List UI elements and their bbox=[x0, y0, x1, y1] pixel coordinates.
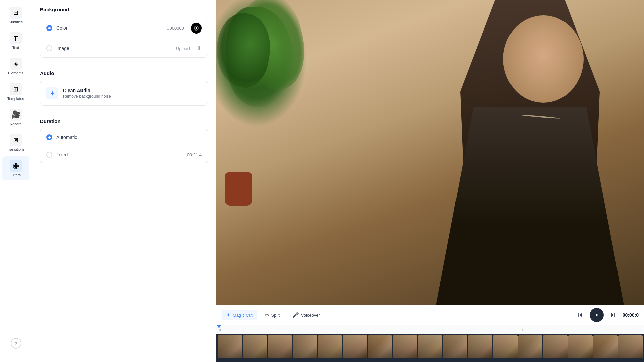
background-section: Background Color #000000 Image bbox=[32, 0, 216, 64]
film-frame bbox=[468, 335, 492, 358]
background-options-card: Color #000000 Image Upload ⬆ bbox=[40, 17, 208, 58]
film-frame bbox=[518, 335, 543, 358]
svg-rect-1 bbox=[578, 313, 579, 317]
duration-section-title: Duration bbox=[40, 118, 208, 124]
film-frame bbox=[318, 335, 342, 358]
audio-section: Audio ✦ Clean Audio Remove background no… bbox=[32, 64, 216, 112]
sparkle-icon: ✦ bbox=[46, 87, 58, 99]
duration-section: Duration Automatic Fixed 00:21.4 bbox=[32, 112, 216, 167]
forward-icon bbox=[610, 312, 616, 318]
sidebar-item-record[interactable]: 🎥 Record bbox=[2, 105, 29, 129]
film-frame bbox=[543, 335, 568, 358]
clean-audio-subtitle: Remove background noise bbox=[63, 94, 111, 99]
sidebar-item-label: Subtitles bbox=[9, 20, 23, 24]
clean-audio-text: Clean Audio Remove background noise bbox=[63, 88, 111, 99]
background-image-option[interactable]: Image Upload ⬆ bbox=[40, 39, 208, 57]
clean-audio-title: Clean Audio bbox=[63, 88, 111, 93]
sidebar-item-templates[interactable]: ⊞ Templates bbox=[2, 80, 29, 104]
ruler-mark-10: 10 bbox=[522, 328, 525, 332]
image-radio[interactable] bbox=[46, 45, 52, 51]
image-option-label: Image bbox=[56, 46, 172, 51]
plant-area bbox=[216, 0, 387, 229]
filmstrip bbox=[216, 334, 644, 362]
film-frame bbox=[368, 335, 392, 358]
play-button[interactable] bbox=[590, 308, 604, 322]
microphone-icon: 🎤 bbox=[292, 312, 299, 318]
film-frame bbox=[418, 335, 442, 358]
sidebar-item-transitions[interactable]: ⊠ Transitions bbox=[2, 131, 29, 155]
main-area: ✦ Magic Cut ✂ Split 🎤 Voiceover bbox=[216, 0, 644, 362]
playhead-arrow bbox=[217, 325, 221, 328]
sidebar-item-text[interactable]: T Text bbox=[2, 29, 29, 53]
automatic-radio[interactable] bbox=[46, 134, 52, 140]
film-frame bbox=[218, 335, 242, 358]
timeline-area: ✦ Magic Cut ✂ Split 🎤 Voiceover bbox=[216, 305, 644, 362]
sidebar-item-label: Text bbox=[12, 46, 19, 50]
film-frame bbox=[568, 335, 593, 358]
rewind-button[interactable] bbox=[575, 310, 586, 320]
timeline-controls: ✦ Magic Cut ✂ Split 🎤 Voiceover bbox=[216, 305, 644, 325]
upload-label[interactable]: Upload bbox=[176, 46, 190, 51]
svg-point-0 bbox=[196, 27, 197, 29]
sidebar-item-label: Record bbox=[10, 122, 21, 126]
film-frame bbox=[293, 335, 317, 358]
color-hex-value: #000000 bbox=[167, 26, 184, 31]
sidebar-item-elements[interactable]: ◈ Elements bbox=[2, 54, 29, 78]
voiceover-label: Voiceover bbox=[301, 313, 320, 318]
film-frame bbox=[343, 335, 367, 358]
magic-cut-label: Magic Cut bbox=[233, 313, 253, 318]
film-frame bbox=[493, 335, 518, 358]
svg-rect-2 bbox=[614, 313, 615, 317]
sidebar-item-label: Transitions bbox=[7, 147, 24, 152]
split-icon: ✂ bbox=[265, 312, 269, 318]
color-option-label: Color bbox=[56, 25, 163, 31]
playback-controls: 00:00:0 bbox=[575, 308, 639, 322]
help-button[interactable]: ? bbox=[11, 338, 21, 349]
automatic-duration-option[interactable]: Automatic bbox=[40, 129, 208, 146]
sidebar-item-filters[interactable]: ◉ Filters bbox=[2, 156, 29, 180]
forward-button[interactable] bbox=[608, 310, 619, 320]
fixed-time-value: 00:21.4 bbox=[187, 152, 202, 157]
fixed-duration-option[interactable]: Fixed 00:21.4 bbox=[40, 146, 208, 163]
subtitles-icon: ⊟ bbox=[10, 7, 22, 19]
elements-icon: ◈ bbox=[10, 58, 22, 70]
color-radio[interactable] bbox=[46, 25, 52, 31]
sidebar-item-subtitles[interactable]: ⊟ Subtitles bbox=[2, 3, 29, 27]
settings-panel: Background Color #000000 Image bbox=[32, 0, 216, 362]
playhead-line bbox=[219, 328, 219, 334]
transitions-icon: ⊠ bbox=[10, 134, 22, 146]
video-frame bbox=[216, 0, 644, 305]
sidebar-item-label: Templates bbox=[7, 97, 24, 101]
film-frame bbox=[393, 335, 417, 358]
film-frame bbox=[618, 335, 643, 358]
split-button[interactable]: ✂ Split bbox=[260, 309, 285, 321]
magic-cut-icon: ✦ bbox=[226, 312, 231, 318]
text-icon: T bbox=[10, 32, 22, 44]
color-picker-icon bbox=[194, 25, 199, 31]
film-frame bbox=[443, 335, 468, 358]
sidebar-item-label: Elements bbox=[8, 71, 23, 75]
color-swatch[interactable] bbox=[191, 23, 202, 34]
timeline-ruler: 0 5 10 bbox=[216, 325, 644, 334]
sidebar-item-label: Filters bbox=[11, 173, 21, 177]
timecode-display: 00:00:0 bbox=[623, 312, 639, 318]
film-frame bbox=[243, 335, 267, 358]
upload-icon[interactable]: ⬆ bbox=[197, 45, 202, 52]
fixed-label: Fixed bbox=[56, 152, 183, 157]
clean-audio-card[interactable]: ✦ Clean Audio Remove background noise bbox=[40, 81, 208, 106]
ruler-mark-5: 5 bbox=[371, 328, 373, 332]
templates-icon: ⊞ bbox=[10, 83, 22, 95]
background-section-title: Background bbox=[40, 7, 208, 12]
voiceover-button[interactable]: 🎤 Voiceover bbox=[287, 309, 325, 321]
fixed-radio[interactable] bbox=[46, 152, 52, 158]
magic-cut-button[interactable]: ✦ Magic Cut bbox=[222, 310, 257, 320]
duration-options-card: Automatic Fixed 00:21.4 bbox=[40, 129, 208, 163]
video-preview bbox=[216, 0, 644, 305]
filters-icon: ◉ bbox=[10, 160, 22, 172]
split-label: Split bbox=[271, 313, 280, 318]
background-color-option[interactable]: Color #000000 bbox=[40, 17, 208, 39]
sidebar: ⊟ Subtitles T Text ◈ Elements ⊞ Template… bbox=[0, 0, 32, 362]
automatic-label: Automatic bbox=[56, 135, 202, 140]
audio-section-title: Audio bbox=[40, 70, 208, 76]
record-icon: 🎥 bbox=[10, 109, 22, 121]
